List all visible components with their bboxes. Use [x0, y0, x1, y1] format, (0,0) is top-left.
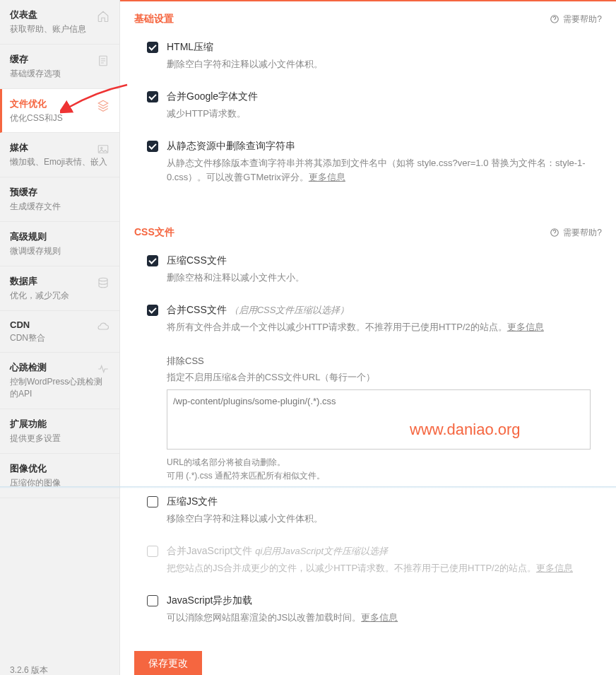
nav-media[interactable]: 媒体 懒加载、Emoji表情、嵌入 — [0, 133, 119, 177]
nav-preload[interactable]: 预缓存 生成缓存文件 — [0, 177, 119, 222]
checkbox[interactable] — [147, 496, 158, 507]
exclude-css-textarea[interactable] — [167, 389, 591, 450]
option-combine-google-fonts: 合并Google字体文件 减少HTTP请求数。 — [134, 85, 602, 134]
option-desc: 删除空格和注释以减小文件大小。 — [167, 271, 602, 286]
option-title: 压缩JS文件 — [167, 495, 602, 508]
svg-point-2 — [101, 148, 102, 149]
option-title: 合并CSS文件 （启用CSS文件压缩以选择） — [167, 304, 602, 317]
save-button[interactable]: 保存更改 — [134, 651, 202, 675]
nav-cache[interactable]: 缓存 基础缓存选项 — [0, 45, 119, 89]
more-info-link[interactable]: 更多信息 — [309, 172, 345, 182]
more-info-link[interactable]: 更多信息 — [536, 563, 573, 573]
nav-cdn[interactable]: CDN CDN整合 — [0, 311, 119, 353]
nav-sub: 微调缓存规则 — [10, 245, 109, 257]
nav-heartbeat[interactable]: 心跳检测 控制WordPress心跳检测的API — [0, 353, 119, 409]
option-combine-js: 合并JavaScript文件 qi启用JavaScript文件压缩以选择 把您站… — [134, 539, 602, 589]
nav-title: 缓存 — [10, 53, 109, 66]
nav-title: 仪表盘 — [10, 8, 109, 21]
version-label: 3.2.6 版本 — [10, 664, 48, 675]
option-title: 从静态资源中删除查询字符串 — [167, 140, 602, 153]
exclude-css-block: 排除CSS 指定不启用压缩&合并的CSS文件URL（每行一个） URL的域名部分… — [167, 355, 602, 483]
nav-sub: 基础缓存选项 — [10, 68, 109, 80]
nav-sub: CDN整合 — [10, 332, 109, 344]
nav-sub: 获取帮助、账户信息 — [10, 23, 109, 35]
option-title: 合并Google字体文件 — [167, 90, 602, 103]
option-combine-css: 合并CSS文件 （启用CSS文件压缩以选择） 将所有文件合并成一个文件以减少HT… — [134, 298, 602, 348]
checkbox[interactable] — [147, 595, 158, 606]
section-title: CSS文件 — [134, 226, 174, 239]
nav-title: 预缓存 — [10, 186, 109, 199]
home-icon — [97, 10, 109, 25]
help-icon — [550, 228, 559, 237]
more-info-link[interactable]: 更多信息 — [507, 322, 544, 332]
nav-title: 心跳检测 — [10, 361, 109, 374]
option-desc: 把您站点的JS合并成更少的文件，以减少HTTP请求数。不推荐用于已使用HTTP/… — [167, 561, 602, 576]
option-minify-css: 压缩CSS文件 删除空格和注释以减小文件大小。 — [134, 249, 602, 298]
option-desc: 减少HTTP请求数。 — [167, 107, 602, 122]
nav-advanced-rules[interactable]: 高级规则 微调缓存规则 — [0, 222, 119, 266]
checkbox[interactable] — [147, 141, 158, 152]
database-icon — [97, 276, 109, 291]
layers-icon — [97, 99, 109, 114]
nav-sub: 优化CSS和JS — [10, 112, 109, 124]
option-title: HTML压缩 — [167, 41, 602, 54]
document-icon — [97, 54, 109, 69]
nav-image-optimize[interactable]: 图像优化 压缩你的图像 — [0, 454, 119, 498]
option-title: 合并JavaScript文件 qi启用JavaScript文件压缩以选择 — [167, 545, 602, 558]
checkbox[interactable] — [147, 305, 158, 316]
exclude-note: URL的域名部分将被自动删除。可用 (.*).css 通配符来匹配所有相似文件。 — [167, 456, 602, 483]
nav-sub: 提供更多设置 — [10, 433, 109, 445]
option-minify-js: 压缩JS文件 移除空白字符和注释以减小文件体积。 — [134, 486, 602, 539]
nav-sub: 懒加载、Emoji表情、嵌入 — [10, 156, 109, 168]
help-link[interactable]: 需要帮助? — [550, 13, 602, 25]
nav-title: 高级规则 — [10, 230, 109, 243]
nav-sub: 优化，减少冗余 — [10, 290, 109, 302]
nav-database[interactable]: 数据库 优化，减少冗余 — [0, 266, 119, 311]
nav-title: 文件优化 — [10, 98, 109, 110]
divider-gradient — [0, 486, 616, 488]
svg-point-3 — [99, 278, 107, 281]
section-title: 基础设置 — [134, 13, 174, 25]
checkbox[interactable] — [147, 91, 158, 102]
option-title: 压缩CSS文件 — [167, 254, 602, 267]
option-html-minify: HTML压缩 删除空白字符和注释以减小文件体积。 — [134, 35, 602, 85]
nav-file-optimization[interactable]: 文件优化 优化CSS和JS — [0, 89, 119, 134]
option-desc: 删除空白字符和注释以减小文件体积。 — [167, 57, 602, 72]
section-header-css: CSS文件 需要帮助? — [134, 226, 602, 239]
nav-dashboard[interactable]: 仪表盘 获取帮助、账户信息 — [0, 0, 119, 45]
option-remove-query-strings: 从静态资源中删除查询字符串 从静态文件移除版本查询字符串并将其添加到文件名中（如… — [134, 134, 602, 199]
checkbox[interactable] — [147, 546, 158, 557]
section-header-basic: 基础设置 需要帮助? — [134, 13, 602, 25]
option-async-js: JavaScript异步加载 可以消除您网站阻塞渲染的JS以改善加载时间。更多信… — [134, 589, 602, 638]
nav-sub: 控制WordPress心跳检测的API — [10, 376, 109, 400]
help-icon — [550, 14, 559, 24]
nav-title: 图像优化 — [10, 462, 109, 475]
option-desc: 将所有文件合并成一个文件以减少HTTP请求数。不推荐用于已使用HTTP/2的站点… — [167, 320, 602, 335]
heartbeat-icon — [97, 363, 109, 377]
checkbox[interactable] — [147, 255, 158, 266]
help-link[interactable]: 需要帮助? — [550, 227, 602, 239]
more-info-link[interactable]: 更多信息 — [361, 612, 398, 623]
option-desc: 移除空白字符和注释以减小文件体积。 — [167, 512, 602, 527]
nav-title: CDN — [10, 319, 109, 330]
nav-title: 媒体 — [10, 141, 109, 154]
option-desc: 从静态文件移除版本查询字符串并将其添加到文件名中（如将 style.css?ve… — [167, 156, 602, 186]
image-icon — [97, 143, 109, 158]
nav-title: 数据库 — [10, 275, 109, 288]
exclude-label: 排除CSS — [167, 355, 602, 368]
exclude-hint: 指定不启用压缩&合并的CSS文件URL（每行一个） — [167, 371, 602, 384]
cloud-icon — [97, 321, 109, 336]
nav-addons[interactable]: 扩展功能 提供更多设置 — [0, 409, 119, 454]
nav-sub: 生成缓存文件 — [10, 201, 109, 213]
sidebar: 仪表盘 获取帮助、账户信息 缓存 基础缓存选项 文件优化 优化CSS和JS 媒体… — [0, 0, 120, 675]
main-content: 基础设置 需要帮助? HTML压缩 删除空白字符和注释以减小文件体积。 合并Go… — [120, 0, 616, 675]
nav-title: 扩展功能 — [10, 418, 109, 430]
option-title: JavaScript异步加载 — [167, 594, 602, 607]
option-desc: 可以消除您网站阻塞渲染的JS以改善加载时间。更多信息 — [167, 611, 602, 626]
checkbox[interactable] — [147, 42, 158, 53]
